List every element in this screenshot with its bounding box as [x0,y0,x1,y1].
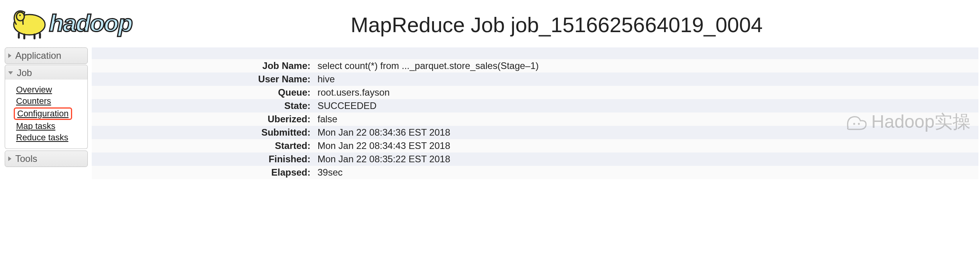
row-job-name: Job Name: select count(*) from ..._parqu… [92,59,978,73]
sidebar-job-links: Overview Counters Configuration Map task… [5,80,88,149]
nav-link-overview[interactable]: Overview [16,85,52,95]
sidebar-panel-job[interactable]: Job [5,65,88,81]
label-started: Started: [92,139,313,152]
row-user-name: User Name: hive [92,73,978,86]
nav-link-reduce-tasks[interactable]: Reduce tasks [16,132,68,143]
sidebar-panel-application[interactable]: Application [5,47,88,64]
label-user-name: User Name: [92,73,313,86]
value-job-name: select count(*) from ..._parquet.store_s… [313,59,539,73]
row-state: State: SUCCEEDED [92,99,978,112]
value-state: SUCCEEDED [313,99,377,112]
sidebar: Application Job Overview Counters Config… [5,47,88,179]
row-queue: Queue: root.users.fayson [92,86,978,99]
row-submitted: Submitted: Mon Jan 22 08:34:36 EST 2018 [92,126,978,139]
chevron-right-icon [8,156,11,161]
value-finished: Mon Jan 22 08:35:22 EST 2018 [313,152,450,166]
nav-link-configuration[interactable]: Configuration [14,107,72,120]
svg-point-2 [19,15,21,16]
label-submitted: Submitted: [92,126,313,139]
value-submitted: Mon Jan 22 08:34:36 EST 2018 [313,126,450,139]
row-started: Started: Mon Jan 22 08:34:43 EST 2018 [92,139,978,152]
value-user-name: hive [313,73,335,86]
value-started: Mon Jan 22 08:34:43 EST 2018 [313,139,450,152]
row-elapsed: Elapsed: 39sec [92,166,978,179]
label-state: State: [92,99,313,112]
label-queue: Queue: [92,86,313,99]
row-uberized: Uberized: false [92,112,978,126]
value-uberized: false [313,112,338,126]
chevron-down-icon [8,71,13,74]
sidebar-panel-label: Application [15,50,61,61]
chevron-right-icon [8,53,11,58]
hadoop-logo: hadoop [8,3,157,42]
sidebar-panel-tools[interactable]: Tools [5,151,88,167]
value-elapsed: 39sec [313,166,343,179]
sidebar-panel-label: Tools [15,153,37,164]
label-elapsed: Elapsed: [92,166,313,179]
nav-link-map-tasks[interactable]: Map tasks [16,121,55,131]
label-finished: Finished: [92,152,313,166]
nav-link-counters[interactable]: Counters [16,96,51,106]
label-uberized: Uberized: [92,112,313,126]
svg-point-1 [16,12,24,21]
page-title: MapReduce Job job_1516625664019_0004 [157,9,972,37]
row-finished: Finished: Mon Jan 22 08:35:22 EST 2018 [92,152,978,166]
svg-text:hadoop: hadoop [49,9,132,36]
sidebar-panel-label: Job [17,67,32,78]
job-summary: Job Name: select count(*) from ..._parqu… [88,47,980,179]
value-queue: root.users.fayson [313,86,390,99]
label-job-name: Job Name: [92,59,313,73]
